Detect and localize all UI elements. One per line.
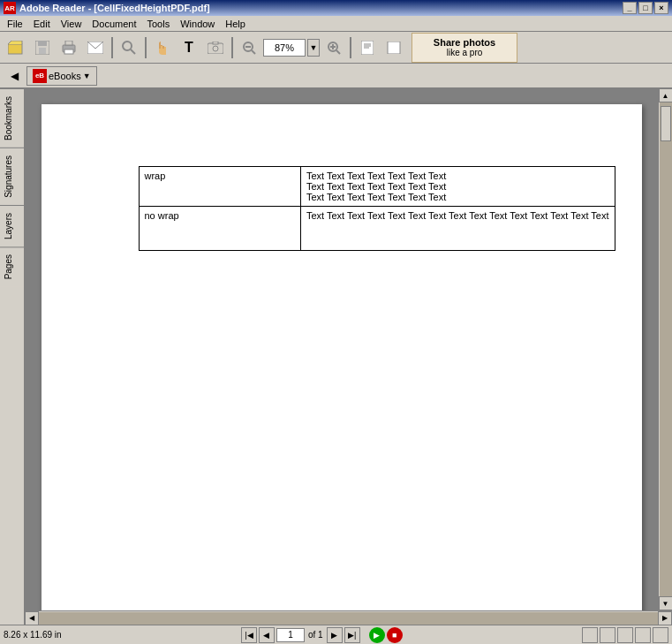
status-left: 8.26 x 11.69 in xyxy=(4,630,62,640)
wrap-content-cell: Text Text Text Text Text Text TextText T… xyxy=(300,167,615,207)
first-page-button[interactable]: |◀ xyxy=(241,627,257,643)
h-scroll-track[interactable] xyxy=(39,612,658,625)
svg-point-8 xyxy=(123,42,132,50)
save-button[interactable] xyxy=(30,35,55,60)
menu-bar: File Edit View Document Tools Window Hel… xyxy=(0,16,672,32)
title-bar-controls[interactable]: _ □ × xyxy=(623,2,668,14)
print-button[interactable] xyxy=(57,35,81,60)
svg-rect-5 xyxy=(65,41,72,45)
select-tool-button[interactable]: T xyxy=(177,35,201,60)
horizontal-scrollbar[interactable]: ◀ ▶ xyxy=(25,610,672,625)
separator-4 xyxy=(350,37,351,58)
menu-file[interactable]: File xyxy=(2,18,28,30)
app-icon: AR xyxy=(4,2,16,14)
nowrap-label-cell: no wrap xyxy=(139,207,300,251)
view-buttons xyxy=(582,627,668,643)
signatures-tab[interactable]: Signatures xyxy=(0,148,24,205)
svg-rect-13 xyxy=(208,43,223,54)
svg-line-22 xyxy=(336,50,340,54)
page-number-input[interactable] xyxy=(276,628,305,642)
wrap-label-cell: wrap xyxy=(139,167,300,207)
svg-rect-6 xyxy=(64,49,73,54)
ebooks-dropdown-icon: ▼ xyxy=(83,72,91,80)
share-photos-line2: like a pro xyxy=(447,48,483,57)
stop-button[interactable]: ■ xyxy=(387,627,403,643)
close-button[interactable]: × xyxy=(654,2,668,14)
svg-rect-2 xyxy=(38,41,47,46)
separator-3 xyxy=(231,37,233,58)
wrap-text: Text Text Text Text Text Text TextText T… xyxy=(306,170,446,202)
snapshot-button[interactable] xyxy=(203,35,228,60)
fit-page-button[interactable] xyxy=(355,35,380,60)
svg-line-9 xyxy=(131,49,135,54)
scroll-left-button[interactable]: ◀ xyxy=(25,611,39,625)
svg-rect-3 xyxy=(39,48,46,54)
ebooks-label: eBooks xyxy=(49,71,81,81)
prev-page-button[interactable]: ◀ xyxy=(259,627,275,643)
scroll-track[interactable] xyxy=(660,102,672,596)
zoom-in-button[interactable] xyxy=(321,35,346,60)
menu-edit[interactable]: Edit xyxy=(28,18,56,30)
pdf-table: wrap Text Text Text Text Text Text TextT… xyxy=(139,166,615,251)
maximize-button[interactable]: □ xyxy=(638,2,653,14)
open-button[interactable] xyxy=(4,35,28,60)
bookmarks-tab[interactable]: Bookmarks xyxy=(0,88,24,148)
play-button[interactable]: ▶ xyxy=(369,627,385,643)
title-bar-left: AR Adobe Reader - [CellFixedHeightPDF.pd… xyxy=(4,2,210,14)
svg-rect-27 xyxy=(388,42,400,54)
table-row: wrap Text Text Text Text Text Text TextT… xyxy=(139,167,615,207)
menu-help[interactable]: Help xyxy=(220,18,251,30)
separator-2 xyxy=(145,37,147,58)
dimensions-text: 8.26 x 11.69 in xyxy=(4,630,62,640)
table-row: no wrap Text Text Text Text Text Text Te… xyxy=(139,207,615,251)
pdf-viewer: wrap Text Text Text Text Text Text TextT… xyxy=(25,88,658,610)
separator-1 xyxy=(111,37,113,58)
ebooks-button[interactable]: eB eBooks ▼ xyxy=(26,66,97,86)
view-fullscreen-button[interactable] xyxy=(635,627,651,643)
scroll-up-button[interactable]: ▲ xyxy=(659,88,673,102)
content-row: wrap Text Text Text Text Text Text TextT… xyxy=(25,88,672,610)
menu-view[interactable]: View xyxy=(56,18,87,30)
share-photos-button[interactable]: Share photos like a pro xyxy=(412,33,517,63)
minimize-button[interactable]: _ xyxy=(623,2,637,14)
zoom-dropdown-button[interactable]: ▼ xyxy=(307,39,320,57)
svg-line-18 xyxy=(252,50,255,54)
pages-tab[interactable]: Pages xyxy=(0,246,24,286)
title-bar-text: Adobe Reader - [CellFixedHeightPDF.pdf] xyxy=(19,3,210,13)
scroll-down-button[interactable]: ▼ xyxy=(659,596,673,610)
nowrap-text: Text Text Text Text Text Text Text Text … xyxy=(306,210,609,221)
back-button[interactable]: ◀ xyxy=(4,66,25,86)
hand-tool-button[interactable] xyxy=(150,35,175,60)
status-bar: 8.26 x 11.69 in |◀ ◀ of 1 ▶ ▶| ▶ ■ xyxy=(0,625,672,644)
menu-window[interactable]: Window xyxy=(175,18,220,30)
view-grid-button[interactable] xyxy=(653,627,668,643)
view-single-button[interactable] xyxy=(582,627,598,643)
email-button[interactable] xyxy=(83,35,108,60)
view-facing-button[interactable] xyxy=(617,627,633,643)
pdf-scroll-area[interactable]: wrap Text Text Text Text Text Text TextT… xyxy=(25,88,658,610)
title-bar: AR Adobe Reader - [CellFixedHeightPDF.pd… xyxy=(0,0,672,16)
search-button[interactable] xyxy=(117,35,141,60)
svg-rect-15 xyxy=(213,42,218,44)
main-area: Bookmarks Signatures Layers Pages wrap T… xyxy=(0,88,672,625)
zoom-out-button[interactable] xyxy=(237,35,261,60)
fit-width-button[interactable] xyxy=(381,35,406,60)
left-panel: Bookmarks Signatures Layers Pages xyxy=(0,88,25,625)
menu-document[interactable]: Document xyxy=(87,18,141,30)
layers-tab[interactable]: Layers xyxy=(0,205,24,246)
last-page-button[interactable]: ▶| xyxy=(344,627,360,643)
page-of-text: of 1 xyxy=(306,630,325,640)
content-area: wrap Text Text Text Text Text Text TextT… xyxy=(25,88,672,625)
secondary-toolbar: ◀ eB eBooks ▼ xyxy=(0,64,672,88)
next-page-button[interactable]: ▶ xyxy=(327,627,343,643)
vertical-scrollbar[interactable]: ▲ ▼ xyxy=(658,88,672,610)
share-photos-line1: Share photos xyxy=(434,37,495,48)
scroll-thumb[interactable] xyxy=(661,106,671,141)
scroll-right-button[interactable]: ▶ xyxy=(658,611,672,625)
ebooks-icon: eB xyxy=(33,69,47,83)
nowrap-content-cell: Text Text Text Text Text Text Text Text … xyxy=(300,207,615,251)
view-continuous-button[interactable] xyxy=(600,627,615,643)
zoom-input[interactable] xyxy=(263,39,306,57)
menu-tools[interactable]: Tools xyxy=(142,18,176,30)
svg-rect-0 xyxy=(8,44,22,54)
